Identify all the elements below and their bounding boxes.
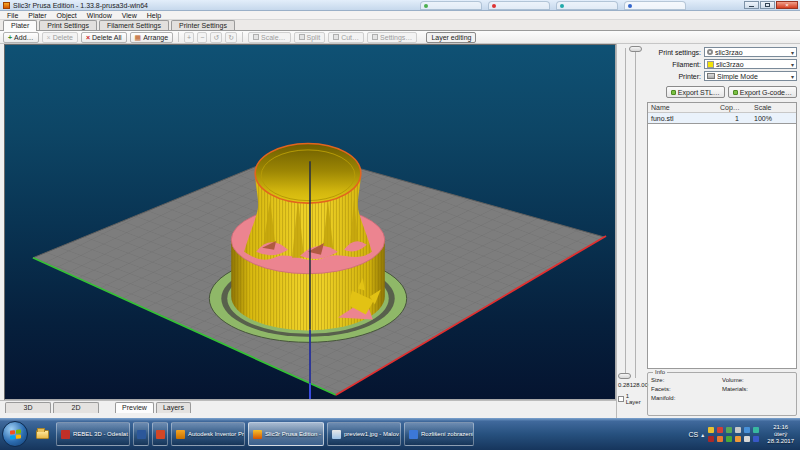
minimize-button[interactable] [744, 1, 759, 9]
print-settings-select[interactable]: slic3rzao ▾ [704, 47, 797, 57]
view-tab-layers[interactable]: Layers [156, 402, 191, 413]
one-layer-checkbox[interactable] [618, 396, 624, 402]
browser-tab[interactable] [488, 1, 550, 10]
tray-icon[interactable] [726, 436, 732, 442]
layer-slider-handle-min[interactable] [618, 373, 631, 379]
filament-label: Filament: [647, 61, 701, 68]
taskbar-clock[interactable]: 21:16 úterý 28.3.2017 [763, 424, 798, 445]
tray-icon[interactable] [717, 427, 723, 433]
rotate-ccw-button[interactable]: ↺ [210, 32, 222, 43]
menu-object[interactable]: Object [52, 12, 82, 19]
view-tab-3d[interactable]: 3D [5, 402, 51, 413]
taskbar-button-display-settings[interactable]: Rozlišení zobrazení [404, 422, 474, 446]
delete-all-button[interactable]: × Delete All [81, 32, 127, 43]
paint-icon [332, 430, 341, 439]
tray-icon[interactable] [717, 436, 723, 442]
gear-icon [707, 49, 713, 55]
tray-icon[interactable] [735, 427, 741, 433]
object-list-empty-area[interactable] [647, 124, 797, 369]
system-tray: CS ▴ 21:16 úterý 28.3.2017 [689, 424, 798, 445]
delete-button[interactable]: × Delete [42, 32, 78, 43]
arrange-button[interactable]: ▦ Arrange [130, 32, 174, 43]
arrange-icon: ▦ [135, 34, 142, 41]
chevron-down-icon: ▾ [791, 49, 794, 56]
maximize-button[interactable] [760, 1, 775, 9]
view-tab-preview[interactable]: Preview [115, 402, 154, 413]
tray-icon[interactable] [708, 436, 714, 442]
fewer-copies-button[interactable]: − [197, 32, 207, 43]
table-row[interactable]: funo.stl 1 100% [648, 113, 796, 123]
start-button[interactable] [2, 421, 28, 447]
settings-tabs: Plater Print Settings Filament Settings … [0, 20, 800, 31]
windows-taskbar: REBEL 3D - Odeslat o… Autodesk Inventor … [0, 418, 800, 450]
menu-plater[interactable]: Plater [23, 12, 51, 19]
printer-label: Printer: [647, 73, 701, 80]
layer-slider-handle-max[interactable] [629, 46, 642, 52]
more-copies-icon: + [187, 34, 191, 41]
tray-icon[interactable] [744, 436, 750, 442]
object-list-header: Name Cop… Scale [648, 103, 796, 113]
view-tab-bar: 3D 2D Preview Layers [0, 400, 616, 413]
view-tab-2d[interactable]: 2D [53, 402, 99, 413]
tray-icon[interactable] [726, 427, 732, 433]
model-rim [255, 143, 361, 203]
taskbar-button-rebel3d[interactable]: REBEL 3D - Odeslat o… [56, 422, 130, 446]
tray-icon[interactable] [708, 427, 714, 433]
menu-file[interactable]: File [2, 12, 23, 19]
tab-print-settings[interactable]: Print Settings [39, 20, 97, 30]
export-icon [671, 90, 676, 95]
app-icon [3, 2, 10, 9]
info-manifold-label: Manifold: [651, 395, 722, 404]
settings-button[interactable]: Settings… [367, 32, 417, 43]
tab-printer-settings[interactable]: Printer Settings [171, 20, 235, 30]
rotate-ccw-icon: ↺ [213, 34, 219, 41]
tray-icons [707, 426, 760, 443]
explorer-button[interactable] [31, 422, 53, 446]
tab-filament-settings[interactable]: Filament Settings [99, 20, 169, 30]
tray-icon[interactable] [735, 436, 741, 442]
layer-editing-toggle[interactable]: Layer editing [426, 32, 476, 43]
desktop: Slic3r Prusa Edition - 1.33.8-prusa3d-wi… [0, 0, 800, 450]
rebel3d-icon [61, 430, 70, 439]
3d-viewport[interactable] [4, 44, 616, 400]
menu-view[interactable]: View [117, 12, 142, 19]
rotate-cw-button[interactable]: ↻ [225, 32, 237, 43]
window-title: Slic3r Prusa Edition - 1.33.8-prusa3d-wi… [13, 2, 148, 9]
scale-button[interactable]: Scale… [248, 32, 291, 43]
3d-scene [5, 45, 615, 399]
info-box-title: Info [653, 369, 667, 375]
printer-icon [707, 73, 715, 79]
tray-icon[interactable] [753, 427, 759, 433]
taskbar-button-paint[interactable]: preview1.jpg - Malov… [327, 422, 401, 446]
tray-icon[interactable] [744, 427, 750, 433]
more-copies-button[interactable]: + [184, 32, 194, 43]
filament-select[interactable]: slic3rzao ▾ [704, 59, 797, 69]
split-button[interactable]: Split [294, 32, 326, 43]
language-indicator[interactable]: CS [689, 431, 699, 438]
browser-tab[interactable] [624, 1, 686, 10]
close-icon: × [785, 2, 789, 8]
add-button[interactable]: + Add… [3, 32, 39, 43]
show-hidden-icons-button[interactable]: ▴ [701, 431, 704, 438]
menu-window[interactable]: Window [82, 12, 117, 19]
taskbar-button-inventor[interactable]: Autodesk Inventor Pr… [171, 422, 245, 446]
menu-help[interactable]: Help [142, 12, 166, 19]
favicon [628, 4, 632, 8]
export-stl-button[interactable]: Export STL… [666, 86, 725, 98]
close-button[interactable]: × [776, 1, 798, 9]
tray-icon[interactable] [753, 436, 759, 442]
printer-select[interactable]: Simple Mode ▾ [704, 71, 797, 81]
app-icon [156, 430, 165, 439]
taskbar-button-slic3r[interactable]: Slic3r Prusa Edition - … [248, 422, 324, 446]
taskbar-button-app2[interactable] [152, 422, 168, 446]
taskbar-button-app1[interactable] [133, 422, 149, 446]
layer-slider-track-min[interactable] [625, 48, 626, 378]
viewport-column: 3D 2D Preview Layers [0, 44, 616, 418]
layer-slider-track-max[interactable] [635, 48, 636, 378]
browser-tab[interactable] [420, 1, 482, 10]
delete-all-icon: × [86, 34, 90, 41]
export-gcode-button[interactable]: Export G-code… [728, 86, 797, 98]
tab-plater[interactable]: Plater [3, 20, 37, 31]
browser-tab[interactable] [556, 1, 618, 10]
cut-button[interactable]: Cut… [328, 32, 364, 43]
